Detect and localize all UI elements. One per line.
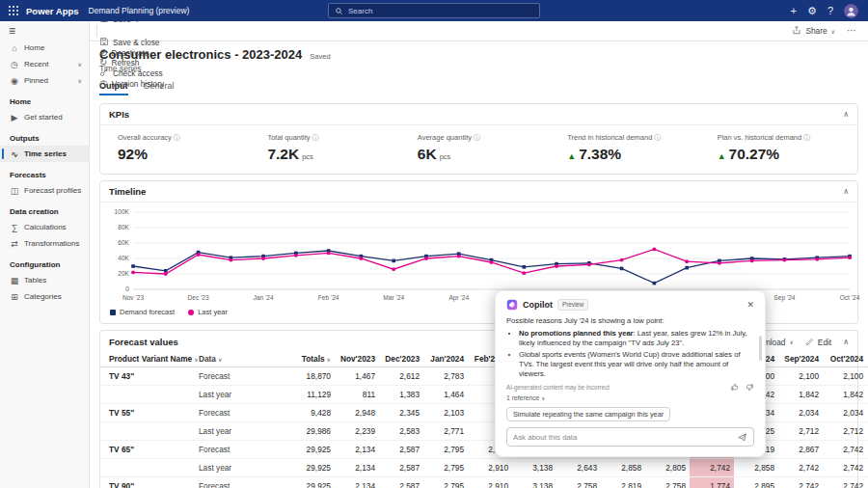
send-icon[interactable] bbox=[737, 432, 747, 443]
info-icon[interactable]: ⓘ bbox=[312, 134, 319, 141]
plus-icon[interactable]: + bbox=[791, 6, 797, 16]
cell-value[interactable]: 2,758 bbox=[645, 481, 690, 488]
cell-totals[interactable]: 29,986 bbox=[290, 426, 335, 436]
cell-value[interactable]: 2,895 bbox=[734, 481, 778, 488]
cell-data-type[interactable]: Last year bbox=[199, 426, 290, 436]
cell-value[interactable]: 2,587 bbox=[379, 481, 423, 488]
cell-data-type[interactable]: Last year bbox=[199, 463, 290, 473]
global-search[interactable] bbox=[328, 3, 540, 18]
help-icon[interactable]: ? bbox=[827, 6, 833, 16]
cell-value[interactable]: 2,783 bbox=[423, 371, 468, 381]
cell-data-type[interactable]: Forecast bbox=[199, 445, 290, 454]
forecast-collapse-icon[interactable]: ∧ bbox=[843, 338, 849, 346]
cell-totals[interactable]: 29,925 bbox=[290, 463, 335, 473]
cell-product-name[interactable]: TV 65" bbox=[100, 445, 199, 454]
cell-value[interactable]: 2,805 bbox=[645, 463, 690, 473]
cell-value[interactable]: 2,795 bbox=[423, 445, 468, 454]
thumbs-down-icon[interactable] bbox=[746, 383, 754, 392]
cell-data-type[interactable]: Forecast bbox=[199, 371, 290, 381]
edit-button[interactable]: Edit bbox=[805, 338, 831, 347]
nav-item-pinned[interactable]: ◉Pinned∨ bbox=[0, 72, 89, 89]
cell-value[interactable]: 2,345 bbox=[379, 408, 423, 418]
cell-value[interactable]: 2,643 bbox=[556, 463, 601, 473]
timeline-collapse-icon[interactable]: ∧ bbox=[843, 187, 849, 196]
cell-product-name[interactable]: TV 90" bbox=[100, 481, 199, 488]
cell-product-name[interactable]: TV 43" bbox=[100, 371, 199, 381]
refresh-button[interactable]: ↻Refresh bbox=[94, 58, 170, 68]
cell-totals[interactable]: 9,428 bbox=[290, 408, 335, 418]
cell-value[interactable]: 2,819 bbox=[601, 481, 645, 488]
kpis-collapse-icon[interactable]: ∧ bbox=[843, 110, 849, 119]
hamburger-icon[interactable]: ≡ bbox=[0, 21, 89, 40]
nav-item-home[interactable]: ⌂Home bbox=[0, 40, 89, 56]
cell-value[interactable]: 2,587 bbox=[379, 445, 423, 454]
column-header-product-variant-name[interactable]: Product Variant Name∨ bbox=[100, 354, 199, 364]
cell-value[interactable]: 2,742 bbox=[823, 481, 867, 488]
column-header-jan-2024[interactable]: Jan'2024 bbox=[423, 354, 468, 364]
version-history-button[interactable]: ◷Version history bbox=[94, 79, 170, 89]
cell-data-type[interactable]: Forecast bbox=[199, 408, 290, 418]
cell-value[interactable]: 2,858 bbox=[601, 463, 645, 473]
more-button[interactable]: ⋯ bbox=[841, 26, 862, 36]
gear-icon[interactable]: ⚙ bbox=[807, 6, 817, 16]
cell-value[interactable]: 2,712 bbox=[823, 426, 867, 436]
cell-value[interactable]: 2,034 bbox=[778, 408, 823, 418]
cell-value[interactable]: 2,103 bbox=[423, 408, 468, 418]
cell-value[interactable]: 2,100 bbox=[778, 371, 823, 381]
nav-item-get-started[interactable]: ▶Get started bbox=[0, 109, 89, 125]
cell-totals[interactable]: 29,925 bbox=[290, 445, 335, 454]
waffle-icon[interactable] bbox=[9, 6, 18, 15]
cell-value[interactable]: 2,100 bbox=[823, 371, 867, 381]
copilot-input-box[interactable] bbox=[506, 427, 754, 447]
nav-item-categories[interactable]: ⊞Categories bbox=[0, 288, 89, 305]
cell-value[interactable]: 1,383 bbox=[379, 390, 423, 399]
cell-value[interactable]: 2,712 bbox=[778, 426, 823, 436]
nav-item-forecast-profiles[interactable]: ◫Forecast profiles bbox=[0, 182, 89, 199]
cell-value[interactable]: 3,138 bbox=[512, 463, 556, 473]
cell-value[interactable]: 3,138 bbox=[512, 481, 556, 488]
nav-item-transformations[interactable]: ⇄Transformations bbox=[0, 235, 89, 252]
cell-value[interactable]: 2,910 bbox=[468, 481, 512, 488]
cell-value-highlighted[interactable]: 2,742 bbox=[690, 459, 734, 476]
cell-product-name[interactable]: TV 55" bbox=[100, 408, 199, 418]
info-icon[interactable]: ⓘ bbox=[803, 134, 810, 141]
cell-value[interactable]: 2,239 bbox=[335, 426, 379, 436]
cell-value[interactable]: 2,948 bbox=[335, 408, 379, 418]
column-header-data[interactable]: Data∨ bbox=[199, 354, 290, 364]
cell-value-highlighted[interactable]: 1,774 bbox=[690, 477, 734, 488]
column-header-sep-2024[interactable]: Sep'2024 bbox=[778, 354, 823, 364]
cell-value[interactable]: 2,795 bbox=[423, 481, 468, 488]
info-icon[interactable]: ⓘ bbox=[174, 134, 180, 141]
cell-value[interactable]: 2,742 bbox=[778, 463, 823, 473]
cell-totals[interactable]: 18,870 bbox=[290, 371, 335, 381]
copilot-input[interactable] bbox=[513, 433, 737, 442]
cell-value[interactable]: 2,742 bbox=[823, 463, 867, 473]
cell-value[interactable]: 1,842 bbox=[778, 390, 823, 399]
app-name[interactable]: Power Apps bbox=[26, 6, 79, 16]
column-header-totals[interactable]: Totals∨ bbox=[290, 354, 335, 364]
reference-link[interactable]: 1 reference ∨ bbox=[506, 394, 754, 401]
cell-value[interactable]: 2,742 bbox=[778, 481, 823, 488]
search-input[interactable] bbox=[348, 7, 533, 15]
nav-item-time-series[interactable]: ∿Time series bbox=[0, 146, 89, 162]
share-button[interactable]: Share∨ bbox=[786, 25, 841, 37]
avatar[interactable] bbox=[844, 4, 858, 18]
info-icon[interactable]: ⓘ bbox=[474, 134, 480, 141]
copilot-suggestion-chip[interactable]: Simulate repeating the same campaign thi… bbox=[506, 407, 670, 421]
cell-value[interactable]: 2,134 bbox=[335, 445, 379, 454]
copilot-scrollbar[interactable] bbox=[759, 336, 762, 361]
cell-value[interactable]: 2,134 bbox=[335, 481, 379, 488]
cell-value[interactable]: 2,587 bbox=[379, 463, 423, 473]
close-icon[interactable]: ✕ bbox=[746, 300, 754, 310]
column-header-oct-2024[interactable]: Oct'2024 bbox=[823, 354, 867, 364]
cell-value[interactable]: 811 bbox=[335, 390, 379, 399]
cell-value[interactable]: 2,134 bbox=[335, 463, 379, 473]
cell-value[interactable]: 2,583 bbox=[379, 426, 423, 436]
nav-item-tables[interactable]: ▦Tables bbox=[0, 272, 89, 288]
cell-value[interactable]: 1,464 bbox=[423, 390, 468, 399]
info-icon[interactable]: ⓘ bbox=[654, 134, 661, 141]
cell-value[interactable]: 1,842 bbox=[823, 390, 867, 399]
cell-data-type[interactable]: Forecast bbox=[199, 481, 290, 488]
environment-name[interactable]: Demand Planning (preview) bbox=[89, 6, 190, 15]
cell-value[interactable]: 2,771 bbox=[423, 426, 468, 436]
